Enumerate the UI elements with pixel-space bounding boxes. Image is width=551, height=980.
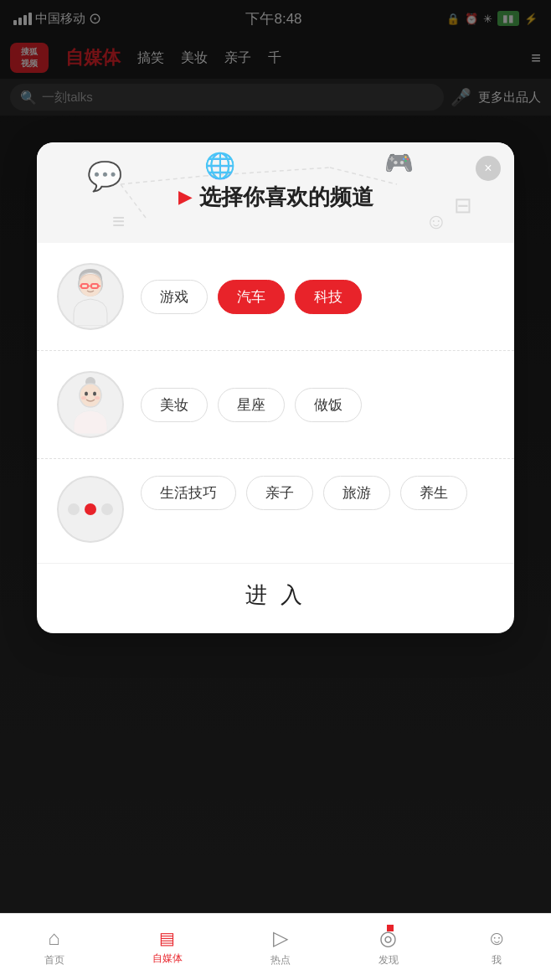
tag-meizhuang[interactable]: 美妆 bbox=[141, 388, 208, 422]
hotspot-label: 热点 bbox=[270, 953, 291, 967]
tags-row-1: 游戏 汽车 科技 bbox=[141, 280, 494, 314]
tag-lvyou[interactable]: 旅游 bbox=[323, 476, 390, 510]
avatar-3 bbox=[57, 476, 124, 543]
nav-discover[interactable]: ◎ 发现 bbox=[378, 926, 399, 967]
title-arrow-icon: ▶ bbox=[178, 187, 191, 207]
dialog-header: 💬 🌐 🎮 ⊟ ≡ ☺ ▶ 选择你喜欢的频道 × bbox=[37, 142, 514, 243]
dot-1 bbox=[68, 503, 80, 515]
tag-keji[interactable]: 科技 bbox=[295, 280, 362, 314]
nav-home[interactable]: ⌂ 首页 bbox=[44, 926, 64, 967]
nav-zimeiti[interactable]: ▤ 自媒体 bbox=[152, 928, 183, 966]
tag-shenghuo[interactable]: 生活技巧 bbox=[141, 476, 236, 510]
tag-yangsheng[interactable]: 养生 bbox=[400, 476, 467, 510]
tag-youxi[interactable]: 游戏 bbox=[141, 280, 208, 314]
discover-label: 发现 bbox=[378, 953, 399, 967]
dialog-body: 游戏 汽车 科技 bbox=[37, 243, 514, 563]
profile-icon: ☺ bbox=[487, 926, 507, 950]
close-button[interactable]: × bbox=[476, 156, 501, 181]
zimeiti-icon: ▤ bbox=[159, 928, 175, 948]
dot-3 bbox=[101, 503, 113, 515]
channel-selection-dialog: 💬 🌐 🎮 ⊟ ≡ ☺ ▶ 选择你喜欢的频道 × bbox=[37, 142, 514, 633]
enter-button[interactable]: 进 入 bbox=[245, 580, 305, 610]
persona-row-3: 生活技巧 亲子 旅游 养生 bbox=[37, 459, 514, 563]
svg-line-1 bbox=[204, 168, 330, 176]
dots-avatar bbox=[68, 503, 113, 515]
nav-hotspot[interactable]: ▷ 热点 bbox=[270, 926, 291, 967]
avatar-2 bbox=[57, 371, 124, 438]
bottom-navigation: ⌂ 首页 ▤ 自媒体 ▷ 热点 ◎ 发现 ☺ 我 bbox=[0, 913, 551, 980]
tags-row-3: 生活技巧 亲子 旅游 养生 bbox=[141, 476, 494, 510]
tags-row-2: 美妆 星座 做饭 bbox=[141, 388, 494, 422]
tag-zuofan[interactable]: 做饭 bbox=[295, 388, 362, 422]
home-label: 首页 bbox=[44, 953, 64, 967]
svg-point-15 bbox=[85, 392, 88, 396]
svg-point-16 bbox=[93, 392, 96, 396]
avatar-1-svg bbox=[61, 267, 120, 326]
hotspot-icon: ▷ bbox=[273, 926, 288, 950]
svg-point-18 bbox=[95, 396, 100, 400]
tag-qinzi[interactable]: 亲子 bbox=[246, 476, 313, 510]
avatar-1 bbox=[57, 263, 124, 330]
enter-section: 进 入 bbox=[37, 563, 514, 633]
nav-profile[interactable]: ☺ 我 bbox=[487, 926, 507, 967]
home-icon: ⌂ bbox=[48, 926, 60, 950]
persona-row-2: 美妆 星座 做饭 bbox=[37, 351, 514, 459]
svg-point-17 bbox=[81, 396, 86, 400]
avatar-2-svg bbox=[61, 375, 120, 434]
dialog-title-container: ▶ 选择你喜欢的频道 bbox=[178, 183, 373, 212]
persona-row-1: 游戏 汽车 科技 bbox=[37, 243, 514, 351]
zimeiti-label: 自媒体 bbox=[152, 952, 183, 966]
dot-2 bbox=[85, 503, 96, 515]
tag-xingzuo[interactable]: 星座 bbox=[218, 388, 285, 422]
profile-label: 我 bbox=[492, 953, 502, 967]
svg-line-3 bbox=[121, 184, 146, 218]
tag-qiche[interactable]: 汽车 bbox=[218, 280, 285, 314]
dialog-title-text: 选择你喜欢的频道 bbox=[199, 183, 373, 212]
